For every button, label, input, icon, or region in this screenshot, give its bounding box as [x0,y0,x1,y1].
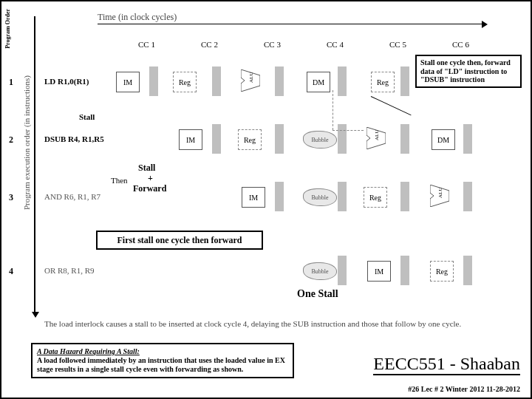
cc4-label: CC 4 [327,40,344,49]
bar [275,66,284,96]
r1-reg1: Reg [173,72,197,92]
course-label: EECC551 - Shaaban [373,354,520,375]
row4-instr: OR R8, R1, R9 [44,266,95,275]
svg-text:ALU: ALU [374,130,380,140]
row3-num: 3 [9,192,13,203]
forward-callout: Stall one cycle then, forward data of "L… [415,55,522,88]
bottom-note: The load interlock causes a stall to be … [44,319,495,328]
row1-num: 1 [9,77,13,88]
r3-reg: Reg [364,187,387,208]
bar [400,124,409,154]
cc1-label: CC 1 [138,40,155,49]
row2-instr: DSUB R4, R1,R5 [44,134,104,143]
bar [338,66,347,96]
r3-im: IM [242,187,265,208]
callout-pointer [371,96,412,115]
center-box: First stall one cycle then forward [96,231,263,250]
bar [400,256,409,285]
sf2: + [148,173,153,184]
sf3: Forward [133,183,166,194]
r1-im: IM [116,72,140,92]
cc3-label: CC 3 [264,40,281,49]
bar [338,124,347,154]
r4-reg: Reg [430,261,454,282]
bar [149,66,158,96]
bar [463,182,472,211]
cc2-label: CC 2 [201,40,218,49]
exec-order-label: Program execution order (in instructions… [22,75,31,210]
sf1: Stall [138,163,155,174]
hazard-body: A load followed immediately by an instru… [37,356,288,374]
fwd-line-h [332,130,364,132]
r3-bubble: Bubble [303,188,337,206]
r4-bubble: Bubble [303,262,337,280]
one-stall-label: One Stall [297,288,338,300]
bar [463,256,472,285]
bar [275,182,284,211]
r2-im: IM [179,129,202,150]
row4-num: 4 [9,266,13,277]
row2-num: 2 [9,134,13,146]
slide: Program Order Program execution order (i… [0,0,532,399]
bar [338,182,347,211]
hazard-box: A Data Hazard Requiring A Stall: A load … [31,343,294,378]
vertical-axis [34,16,35,312]
r3-alu-icon: ALU [430,185,449,207]
bar [212,124,221,154]
svg-text:ALU: ALU [248,72,254,83]
r1-alu-icon: ALU [241,69,260,92]
r2-alu-icon: ALU [366,127,386,149]
svg-text:ALU: ALU [437,188,443,198]
bar [338,256,347,285]
cc6-label: CC 6 [452,40,469,49]
row1-instr: LD R1,0(R1) [44,77,89,86]
r2-reg: Reg [238,129,262,150]
bar [275,124,284,154]
bar [463,124,472,154]
r2-bubble: Bubble [303,131,337,149]
hazard-title: A Data Hazard Requiring A Stall: [37,347,288,356]
bar [400,182,409,211]
stall-label: Stall [79,112,95,121]
fwd-line-v [332,90,334,130]
footer: #26 Lec # 2 Winter 2012 11-28-2012 [408,385,520,393]
program-order-label: Program Order [4,9,11,49]
bar [212,66,221,96]
r1-dm: DM [307,72,330,92]
then-label: Then [111,176,128,185]
cc5-label: CC 5 [389,40,406,49]
row3-instr: AND R6, R1, R7 [44,192,100,201]
bar [400,66,409,96]
r2-dm: DM [432,129,455,150]
time-label: Time (in clock cycles) [98,12,177,23]
time-axis [98,24,482,24]
r4-im: IM [367,261,391,282]
r1-reg2: Reg [371,72,395,92]
